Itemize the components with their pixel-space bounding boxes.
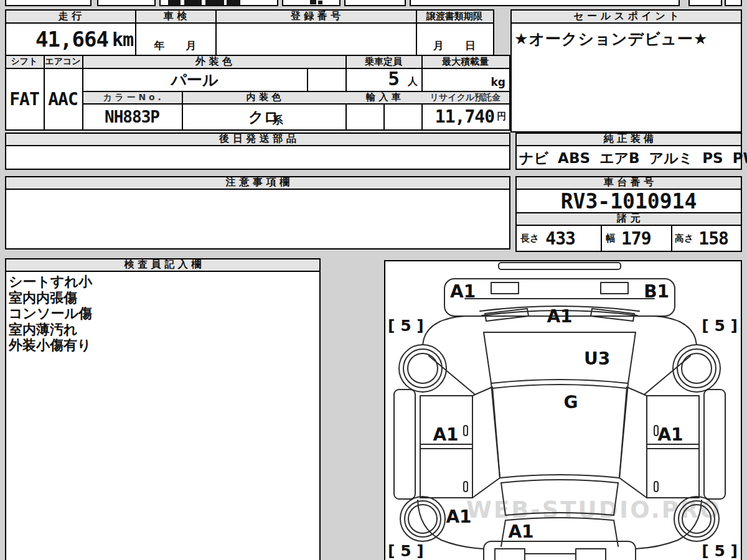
sales-point-header: セ ー ル ス ポ イ ン ト (510, 10, 742, 22)
later-parts-header: 後 日 発 送 部 品 (5, 133, 510, 145)
damage-label-windshield: U3 (584, 348, 610, 369)
color-no-header: カ ラ ー N o . (82, 91, 182, 103)
cropped-cell (344, 0, 406, 6)
door-window-panel-left (472, 387, 500, 498)
damage-label-front-right: B1 (644, 281, 669, 302)
inspector-note-line: 室内内張傷 (9, 290, 314, 306)
windshield (484, 332, 636, 383)
import-header-label: 輸 入 車 (366, 91, 400, 103)
damage-label-cowl: A1 (547, 306, 572, 327)
front-fender-right (654, 316, 697, 345)
cropped-text-fragment (227, 0, 240, 5)
damage-label-door-right: A1 (657, 424, 683, 445)
shift-header-label: シフト (11, 56, 38, 67)
length-cell: 長さ 433 (517, 226, 599, 251)
rocker-panel-right (704, 390, 725, 499)
cropped-cell (5, 0, 92, 6)
mileage-header-label: 走 行 (59, 10, 82, 23)
inspector-header-label: 検 査 員 記 入 欄 (125, 258, 202, 271)
sales-point-section (510, 9, 742, 133)
inspector-header: 検 査 員 記 入 欄 (5, 259, 321, 271)
recycle-value: 11,740 (435, 106, 494, 127)
width-value: 179 (621, 228, 651, 249)
inspector-notes: シートすれ小 室内内張傷 コンソール傷 室内薄汚れ 外装小傷有り (9, 274, 314, 353)
interior-color-value-cell: クロ (182, 105, 345, 129)
exterior-color-value-cell: パール (82, 70, 307, 90)
caution-header: 注 意 事 項 欄 (5, 177, 510, 189)
capacity-value: 5 (388, 69, 399, 88)
inspector-note-line: 外装小傷有り (9, 337, 314, 353)
height-value: 158 (698, 228, 728, 249)
registration-header: 登 録 番 号 (215, 10, 416, 22)
shift-value: FAT (9, 89, 39, 110)
max-load-header: 最大積載量 (421, 55, 509, 68)
cropped-cell (410, 0, 680, 6)
shift-header: シフト (5, 55, 44, 68)
rear-bumper-step-right (576, 549, 606, 560)
rear-glass-arc-inner (501, 480, 618, 483)
transfer-doc-header: 譲渡書類期限 (416, 10, 493, 22)
mileage-header: 走 行 (5, 10, 135, 22)
cropped-text-fragment (205, 0, 224, 5)
door-divider-left (420, 444, 472, 449)
capacity-value-cell: 5 人 (345, 68, 418, 90)
color-no-value-cell: NH883P (82, 105, 182, 129)
tire-grade-rear-right: [ 5 ] (702, 542, 738, 560)
fog-lamp-right (601, 282, 628, 294)
width-label: 幅 (606, 233, 615, 245)
damage-label-roof: G (564, 392, 578, 413)
recycle-header-label: リサイクル預託金 (430, 92, 501, 103)
trunk-side-left (501, 520, 505, 546)
color-no-value: NH883P (105, 108, 159, 126)
chassis-header-label: 車 台 番 号 (604, 176, 654, 189)
inspector-note-line: シートすれ小 (9, 274, 314, 290)
door-handle-left-front (464, 426, 467, 436)
chassis-value: RV3-1010914 (561, 189, 697, 213)
chassis-header: 車 台 番 号 (515, 177, 742, 189)
fog-lamp-left (491, 282, 519, 294)
damage-label-door-left: A1 (433, 424, 458, 445)
rocker-panel-left (394, 390, 415, 499)
equipment-list: ナビ ABS エアB アルミ PS PW (519, 149, 741, 168)
capacity-header: 乗車定員 (345, 55, 421, 68)
rear-bumper-step-left (495, 549, 525, 560)
tire-grade-front-right: [ 5 ] (702, 317, 738, 335)
door-window-panel-right (619, 387, 647, 498)
cropped-text-fragment (310, 0, 316, 4)
exterior-color-header: 外 装 色 (82, 55, 345, 68)
mileage-unit: km (112, 29, 133, 50)
exterior-color-header-label: 外 装 色 (195, 55, 232, 68)
recycle-unit: 円 (497, 111, 506, 123)
shaken-value-cell: 年 月 (135, 39, 215, 53)
shaken-header: 車 検 (135, 10, 215, 22)
height-cell: 高さ 158 (672, 226, 742, 251)
car-top-view-diagram: WEB-STUDIO.PRO (385, 261, 741, 560)
height-label: 高さ (675, 233, 693, 245)
cropped-cell (688, 0, 722, 6)
tire-grade-rear-left: [ 5 ] (388, 542, 424, 560)
wheel-front-left (399, 345, 446, 392)
front-fender-left (423, 316, 465, 345)
shift-value-cell: FAT (5, 68, 44, 129)
damage-label-front-left: A1 (450, 281, 476, 302)
import-header: 輸 入 車 (345, 91, 421, 103)
door-handle-left-rear (464, 482, 467, 492)
divider-line (307, 68, 308, 91)
max-load-unit: kg (491, 76, 505, 88)
exterior-color-value: パール (171, 70, 218, 90)
divider-line (383, 103, 385, 131)
cropped-text-fragment (318, 1, 322, 4)
top-cropped-row (0, 0, 747, 6)
interior-color-header: 内 装 色 (182, 91, 345, 103)
license-plate-bar (499, 263, 621, 269)
transfer-doc-header-label: 譲渡書類期限 (426, 11, 482, 22)
door-handle-right-rear (654, 482, 658, 492)
shaken-header-label: 車 検 (164, 10, 187, 23)
door-divider-right (647, 444, 699, 449)
trunk-side-right (614, 520, 618, 546)
sales-point-header-label: セ ー ル ス ポ イ ン ト (573, 10, 679, 23)
mileage-value-cell: 41,664 km (5, 24, 133, 55)
specs-header-label: 諸 元 (617, 212, 641, 225)
sales-point-text: ★オークションデビュー★ (514, 29, 708, 49)
rear-bumper (484, 541, 636, 560)
